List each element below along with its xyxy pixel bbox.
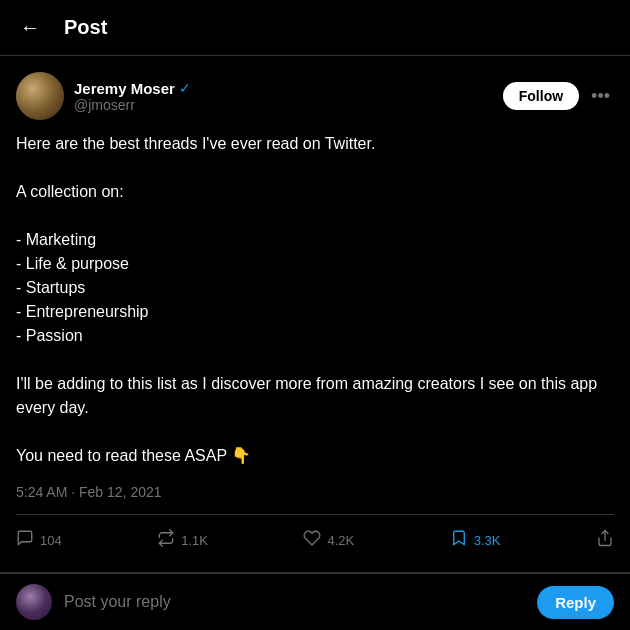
comments-count: 104 [40, 533, 62, 548]
header: ← Post [0, 0, 630, 56]
likes-stat[interactable]: 4.2K [303, 529, 354, 552]
more-button[interactable]: ••• [587, 82, 614, 111]
tweet-text: Here are the best threads I've ever read… [16, 132, 614, 468]
avatar[interactable] [16, 72, 64, 120]
back-button[interactable]: ← [16, 12, 44, 43]
comment-icon [16, 529, 34, 552]
likes-count: 4.2K [327, 533, 354, 548]
share-icon [596, 529, 614, 552]
tweet-container: Jeremy Moser ✓ @jmoserr Follow ••• Here … [0, 56, 630, 573]
bookmarks-stat[interactable]: 3.3K [450, 529, 501, 552]
user-left: Jeremy Moser ✓ @jmoserr [16, 72, 191, 120]
follow-button[interactable]: Follow [503, 82, 579, 110]
timestamp: 5:24 AM · Feb 12, 2021 [16, 482, 614, 500]
heart-icon [303, 529, 321, 552]
reply-avatar [16, 584, 52, 620]
share-stat[interactable] [596, 529, 614, 552]
verified-icon: ✓ [179, 80, 191, 96]
reply-bar: Reply [0, 573, 630, 630]
divider [16, 514, 614, 515]
comments-stat[interactable]: 104 [16, 529, 62, 552]
user-row: Jeremy Moser ✓ @jmoserr Follow ••• [16, 72, 614, 120]
reply-input[interactable] [64, 593, 525, 611]
stats-row: 104 1.1K 4.2K [16, 525, 614, 556]
retweet-stat[interactable]: 1.1K [157, 529, 208, 552]
bookmark-icon [450, 529, 468, 552]
user-info: Jeremy Moser ✓ @jmoserr [74, 80, 191, 113]
user-actions: Follow ••• [503, 82, 614, 111]
page-title: Post [64, 16, 107, 39]
user-name-row: Jeremy Moser ✓ [74, 80, 191, 97]
retweet-icon [157, 529, 175, 552]
user-name[interactable]: Jeremy Moser [74, 80, 175, 97]
reply-button[interactable]: Reply [537, 586, 614, 619]
retweets-count: 1.1K [181, 533, 208, 548]
user-handle[interactable]: @jmoserr [74, 97, 191, 113]
more-icon: ••• [591, 86, 610, 106]
bookmarks-count: 3.3K [474, 533, 501, 548]
